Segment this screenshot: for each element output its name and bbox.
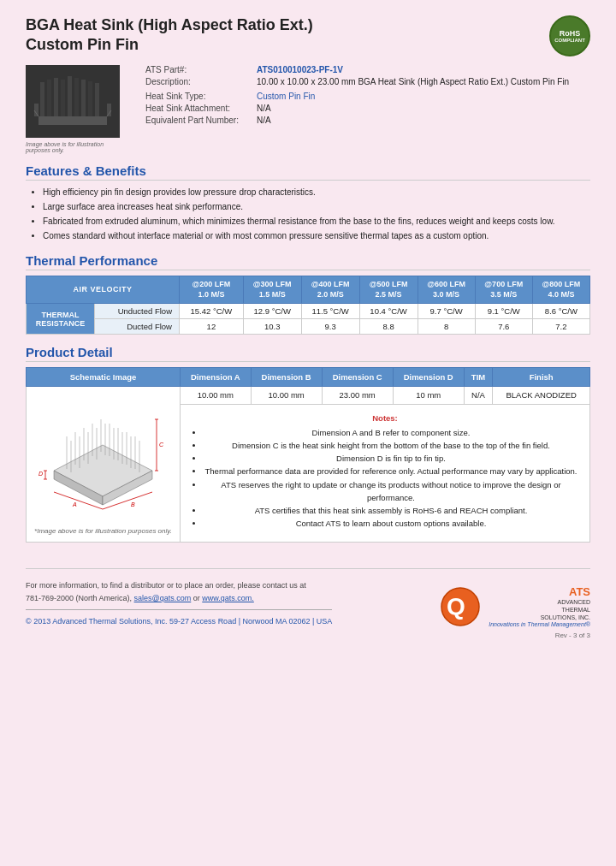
svg-text:D: D bbox=[38, 471, 43, 477]
notes-section: Notes: Dimension A and B refer to compon… bbox=[185, 408, 585, 536]
unducted-label: Unducted Flow bbox=[95, 304, 180, 319]
col-700lfm: @700 LFM 3.5 M/S bbox=[475, 276, 532, 304]
thermal-resistance-label: THERMAL RESISTANCE bbox=[27, 304, 95, 335]
col-300lfm: @300 LFM 1.5 M/S bbox=[243, 276, 301, 304]
note-item: Dimension D is fin tip to fin tip. bbox=[204, 452, 578, 465]
col-dim-a: Dimension A bbox=[181, 368, 252, 387]
col-finish: Finish bbox=[493, 368, 590, 387]
email-link[interactable]: sales@qats.com bbox=[134, 594, 192, 602]
cell: 9.7 °C/W bbox=[418, 304, 475, 319]
cell: 7.2 bbox=[532, 319, 589, 335]
cell: 12 bbox=[180, 319, 244, 335]
feature-item: Large surface area increases heat sink p… bbox=[43, 200, 590, 214]
table-row-unducted: THERMAL RESISTANCE Unducted Flow 15.42 °… bbox=[27, 304, 590, 319]
notes-list: Dimension A and B refer to component siz… bbox=[192, 426, 578, 531]
air-velocity-header: AIR VELOCITY bbox=[27, 276, 180, 304]
cell: 9.3 bbox=[301, 319, 359, 335]
heat-sink-type-label: Heat Sink Type: bbox=[145, 92, 257, 101]
cell: 8 bbox=[418, 319, 475, 335]
feature-item: High efficiency pin fin design provides … bbox=[43, 186, 590, 199]
col-tim: TIM bbox=[464, 368, 493, 387]
svg-rect-13 bbox=[107, 104, 111, 116]
col-dim-d: Dimension D bbox=[393, 368, 464, 387]
description-label: Description: bbox=[145, 77, 257, 86]
footer-contact: For more information, to find a distribu… bbox=[26, 579, 332, 604]
note-item: ATS reserves the right to update or chan… bbox=[204, 478, 578, 504]
feature-item: Comes standard without interface materia… bbox=[43, 229, 590, 243]
heatsink-image-svg bbox=[30, 69, 116, 133]
tim-value: N/A bbox=[464, 387, 493, 405]
cell: 10.4 °C/W bbox=[359, 304, 418, 319]
page-number: Rev - 3 of 3 bbox=[26, 632, 590, 639]
cell: 12.9 °C/W bbox=[243, 304, 301, 319]
col-400lfm: @400 LFM 2.0 M/S bbox=[301, 276, 359, 304]
attachment-value: N/A bbox=[257, 104, 271, 113]
svg-rect-7 bbox=[81, 80, 86, 116]
cell: 10.3 bbox=[243, 319, 301, 335]
part-label: ATS Part#: bbox=[145, 65, 257, 74]
cell: 15.42 °C/W bbox=[180, 304, 244, 319]
cell: 8.8 bbox=[359, 319, 418, 335]
image-caption: Image above is for illustration purposes… bbox=[26, 141, 128, 153]
svg-rect-3 bbox=[54, 78, 58, 116]
svg-rect-12 bbox=[34, 104, 38, 116]
thermal-table: AIR VELOCITY @200 LFM 1.0 M/S @300 LFM 1… bbox=[26, 276, 590, 335]
cell: 11.5 °C/W bbox=[301, 304, 359, 319]
schematic-svg: D A B C bbox=[37, 394, 169, 522]
ats-logo: Q ATS ADVANCED THERMAL SOLUTIONS, INC. I… bbox=[439, 585, 590, 628]
product-image bbox=[26, 65, 120, 138]
table-row-ducted: Ducted Flow 12 10.3 9.3 8.8 8 7.6 7.2 bbox=[27, 319, 590, 335]
svg-text:C: C bbox=[159, 442, 164, 448]
attachment-label: Heat Sink Attachment: bbox=[145, 104, 257, 113]
note-item: Contact ATS to learn about custom option… bbox=[204, 517, 578, 530]
svg-rect-0 bbox=[38, 116, 107, 125]
svg-text:Q: Q bbox=[447, 593, 465, 620]
thermal-section-title: Thermal Performance bbox=[26, 253, 590, 270]
dim-b-value: 10.00 mm bbox=[251, 387, 322, 405]
footer-left: For more information, to find a distribu… bbox=[26, 579, 332, 627]
description-value: 10.00 x 10.00 x 23.00 mm BGA Heat Sink (… bbox=[257, 77, 569, 86]
cell: 7.6 bbox=[475, 319, 532, 335]
product-info-section: Image above is for illustration purposes… bbox=[26, 65, 590, 153]
svg-rect-5 bbox=[68, 76, 72, 116]
svg-rect-6 bbox=[74, 78, 79, 116]
notes-cell: Notes: Dimension A and B refer to compon… bbox=[181, 404, 590, 543]
ducted-label: Ducted Flow bbox=[95, 319, 180, 335]
website-link[interactable]: www.qats.com. bbox=[202, 594, 254, 602]
heat-sink-type-value: Custom Pin Fin bbox=[257, 92, 315, 101]
col-800lfm: @800 LFM 4.0 M/S bbox=[532, 276, 589, 304]
page-title: BGA Heat Sink (High Aspect Ratio Ext.) C… bbox=[26, 15, 313, 56]
col-200lfm: @200 LFM 1.0 M/S bbox=[180, 276, 244, 304]
rohs-badge: RoHS COMPLIANT bbox=[549, 15, 590, 56]
equiv-part-label: Equivalent Part Number: bbox=[145, 116, 257, 125]
svg-rect-8 bbox=[88, 81, 92, 116]
product-detail-title: Product Detail bbox=[26, 345, 590, 362]
note-item: ATS certifies that this heat sink assemb… bbox=[204, 504, 578, 517]
page-header: BGA Heat Sink (High Aspect Ratio Ext.) C… bbox=[26, 15, 590, 56]
svg-rect-9 bbox=[95, 83, 99, 116]
svg-marker-14 bbox=[54, 445, 152, 496]
detail-table: Schematic Image Dimension A Dimension B … bbox=[26, 367, 590, 543]
svg-rect-2 bbox=[47, 80, 51, 116]
footer-copyright: © 2013 Advanced Thermal Solutions, Inc. … bbox=[26, 609, 332, 627]
svg-text:A: A bbox=[72, 501, 77, 507]
notes-title: Notes: bbox=[192, 413, 578, 423]
svg-rect-1 bbox=[40, 82, 44, 116]
col-dim-c: Dimension C bbox=[322, 368, 393, 387]
svg-rect-4 bbox=[61, 80, 65, 116]
col-dim-b: Dimension B bbox=[251, 368, 322, 387]
product-image-area: Image above is for illustration purposes… bbox=[26, 65, 128, 153]
cell: 8.6 °C/W bbox=[532, 304, 589, 319]
note-item: Thermal performance data are provided fo… bbox=[204, 465, 578, 477]
equiv-part-value: N/A bbox=[257, 116, 271, 125]
note-item: Dimension C is the heat sink height from… bbox=[204, 439, 578, 452]
note-item: Dimension A and B refer to component siz… bbox=[204, 426, 578, 439]
finish-value: BLACK ANODIZED bbox=[493, 387, 590, 405]
feature-item: Fabricated from extruded aluminum, which… bbox=[43, 215, 590, 228]
ats-text-block: ATS ADVANCED THERMAL SOLUTIONS, INC. Inn… bbox=[489, 585, 590, 627]
col-schematic: Schematic Image bbox=[27, 368, 181, 387]
cell: 9.1 °C/W bbox=[475, 304, 532, 319]
dim-c-value: 23.00 mm bbox=[322, 387, 393, 405]
part-number: ATS010010023-PF-1V bbox=[257, 65, 343, 74]
schematic-cell: D A B C *Image above is for illustration… bbox=[27, 387, 181, 543]
